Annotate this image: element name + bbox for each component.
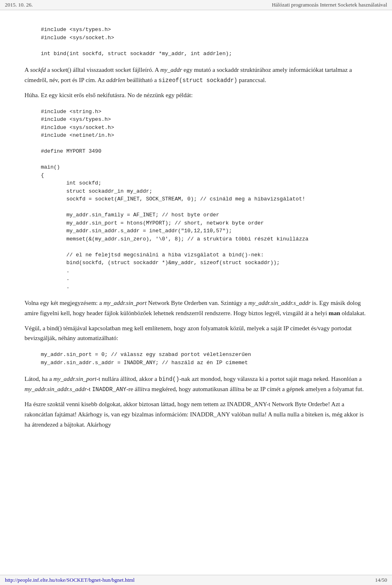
paragraph-4: Végül, a bind() témájával kapcsolatban m…: [24, 323, 368, 344]
my-addr-sin-port2-term: my_addr.sin_port: [53, 376, 96, 382]
paragraph-6: Ha észre szoktál venni kisebb dolgokat, …: [24, 399, 368, 429]
content-area: #include <sys/types.h> #include <sys/soc…: [0, 10, 392, 447]
para3-text-a: Volna egy két megjegyzésem: a: [24, 300, 103, 306]
para1-text-d: beállítható a: [125, 77, 158, 83]
para1-text-a: A: [24, 67, 30, 73]
para5-text-a: Látod, ha a: [24, 376, 53, 382]
top-bar-title: Hálózati programozás Internet Socketek h…: [272, 2, 387, 8]
code-block-2: #include <string.h> #include <sys/types.…: [41, 108, 368, 291]
para3-text-b: Network Byte Orderben van. Szintúgy a: [147, 300, 248, 306]
my-addr-term: my_addr: [160, 67, 182, 73]
paragraph-2: Húha. Ez egy kicsit erős első nekifutásr…: [24, 90, 368, 100]
addrlen-term: addrlen: [106, 77, 125, 83]
code-block-1: #include <sys/types.h> #include <sys/soc…: [41, 26, 368, 58]
top-bar-date: 2015. 10. 26.: [5, 2, 33, 8]
my-addr-sin-port-term: my_addr.sin_port: [103, 300, 146, 306]
para1-text-b: a socket() álltal visszaadott socket fáj…: [46, 67, 160, 73]
para1-text-e: paranccsal.: [237, 77, 266, 83]
paragraph-1: A sockfd a socket() álltal visszaadott s…: [24, 65, 368, 85]
man-term: man: [329, 310, 340, 316]
para5-text-e: -re állítva megkéred, hogy automatikusan…: [126, 386, 363, 392]
sizeof-struct-inline: sizeof(struct sockaddr): [158, 77, 237, 84]
my-addr-sin-addr2-term: my_addr.sin_addr.s_addr: [24, 386, 87, 392]
my-addr-sin-addr-term: my_addr.sin_addr.s_addr: [248, 300, 311, 306]
para3-text-d: oldalakat.: [340, 310, 365, 316]
top-bar: 2015. 10. 26. Hálózati programozás Inter…: [0, 0, 392, 10]
bind-inline-term: bind(): [159, 376, 179, 383]
para5-text-b: -t nullára állítod, akkor a: [96, 376, 158, 382]
paragraph-3: Volna egy két megjegyzésem: a my_addr.si…: [24, 298, 368, 318]
para5-text-c: -nak azt mondod, hogy válassza ki a port…: [179, 376, 362, 382]
para5-text-d: -t: [87, 386, 92, 392]
inaddr-any-term: INADDR_ANY: [92, 386, 126, 393]
code-block-3: my_addr.sin_port = 0; // válassz egy sza…: [41, 351, 368, 367]
paragraph-5: Látod, ha a my_addr.sin_port-t nullára á…: [24, 374, 368, 394]
sockfd-term: sockfd: [30, 67, 46, 73]
